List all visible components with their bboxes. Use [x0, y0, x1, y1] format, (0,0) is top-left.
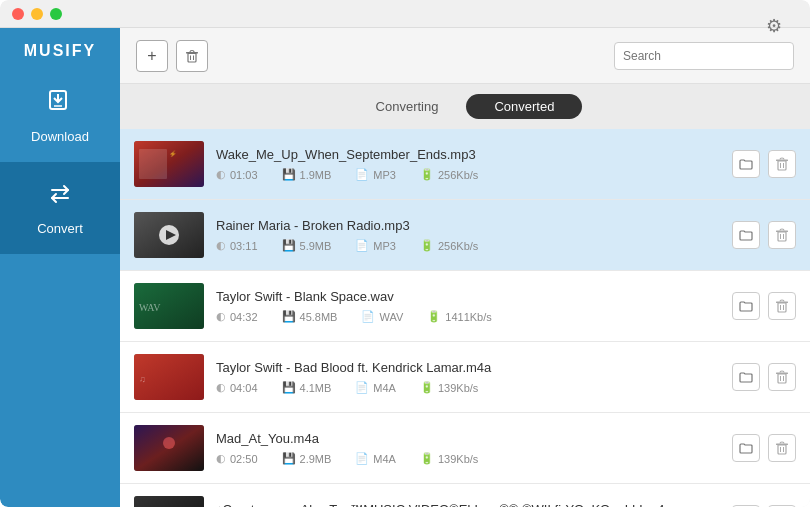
file-size: 💾 4.1MB [282, 381, 332, 394]
tab-converting[interactable]: Converting [348, 94, 467, 119]
file-meta: ◐ 04:32 💾 45.8MB 📄 WAV 🔋 1411Kb/s [216, 310, 720, 323]
svg-point-29 [163, 437, 175, 449]
format-icon: 📄 [361, 310, 375, 323]
delete-button[interactable] [176, 40, 208, 72]
file-item: ⚡ Wake_Me_Up_When_September_Ends.mp3 ◐ 0… [120, 129, 810, 200]
file-size: 💾 2.9MB [282, 452, 332, 465]
main-content: + Converting Converted [120, 28, 810, 507]
file-info: Taylor Swift - Blank Space.wav ◐ 04:32 💾… [216, 289, 720, 323]
file-size: 💾 5.9MB [282, 239, 332, 252]
file-meta: ◐ 03:11 💾 5.9MB 📄 MP3 🔋 256Kb/s [216, 239, 720, 252]
file-size: 💾 45.8MB [282, 310, 338, 323]
format-icon: 📄 [355, 168, 369, 181]
file-thumbnail: ♫ [134, 354, 204, 400]
file-delete-button[interactable] [768, 150, 796, 178]
file-bitrate: 🔋 256Kb/s [420, 168, 478, 181]
format-icon: 📄 [355, 239, 369, 252]
svg-text:WAV: WAV [139, 302, 161, 313]
minimize-button[interactable] [31, 8, 43, 20]
sidebar-convert-label: Convert [37, 221, 83, 236]
file-duration: ◐ 01:03 [216, 168, 258, 181]
file-format: 📄 MP3 [355, 168, 396, 181]
file-format: 📄 M4A [355, 452, 396, 465]
file-meta: ◐ 01:03 💾 1.9MB 📄 MP3 🔋 256Kb/s [216, 168, 720, 181]
file-duration: ◐ 04:04 [216, 381, 258, 394]
format-icon: 📄 [355, 452, 369, 465]
close-button[interactable] [12, 8, 24, 20]
file-folder-button[interactable] [732, 150, 760, 178]
format-icon: 📄 [355, 381, 369, 394]
file-folder-button[interactable] [732, 221, 760, 249]
sidebar-download-label: Download [31, 129, 89, 144]
file-item: WAV Taylor Swift - Blank Space.wav ◐ 04:… [120, 271, 810, 342]
file-info: Mad_At_You.m4a ◐ 02:50 💾 2.9MB 📄 M4A 🔋 1… [216, 431, 720, 465]
file-bitrate: 🔋 139Kb/s [420, 381, 478, 394]
bitrate-icon: 🔋 [427, 310, 441, 323]
file-info: ♪Create.com - Alec Top™MUSIC VIDEO©ELL..… [216, 502, 720, 507]
convert-icon [46, 180, 74, 215]
clock-icon: ◐ [216, 239, 226, 252]
file-delete-button[interactable] [768, 292, 796, 320]
file-delete-button[interactable] [768, 221, 796, 249]
file-actions [732, 363, 796, 391]
size-icon: 💾 [282, 452, 296, 465]
file-thumbnail: ⚡ [134, 141, 204, 187]
file-format: 📄 MP3 [355, 239, 396, 252]
file-duration: ◐ 03:11 [216, 239, 258, 252]
file-item: ♪Create.com - Alec Top™MUSIC VIDEO©ELL..… [120, 484, 810, 507]
download-icon [46, 88, 74, 123]
file-name: Wake_Me_Up_When_September_Ends.mp3 [216, 147, 720, 162]
clock-icon: ◐ [216, 381, 226, 394]
file-name: Rainer Maria - Broken Radio.mp3 [216, 218, 720, 233]
file-delete-button[interactable] [768, 363, 796, 391]
sidebar: MUSIFY Download [0, 28, 120, 507]
bitrate-icon: 🔋 [420, 168, 434, 181]
file-name: ♪Create.com - Alec Top™MUSIC VIDEO©ELL..… [216, 502, 720, 507]
file-item: Mad_At_You.m4a ◐ 02:50 💾 2.9MB 📄 M4A 🔋 1… [120, 413, 810, 484]
file-meta: ◐ 04:04 💾 4.1MB 📄 M4A 🔋 139Kb/s [216, 381, 720, 394]
file-actions [732, 150, 796, 178]
add-button[interactable]: + [136, 40, 168, 72]
file-info: Rainer Maria - Broken Radio.mp3 ◐ 03:11 … [216, 218, 720, 252]
file-delete-button[interactable] [768, 434, 796, 462]
file-folder-button[interactable] [732, 292, 760, 320]
bitrate-icon: 🔋 [420, 239, 434, 252]
traffic-lights [12, 8, 62, 20]
svg-rect-33 [134, 496, 204, 507]
clock-icon: ◐ [216, 310, 226, 323]
file-actions [732, 292, 796, 320]
svg-rect-7 [139, 149, 167, 179]
tab-bar: Converting Converted [120, 84, 810, 129]
file-thumbnail [134, 496, 204, 507]
bitrate-icon: 🔋 [420, 381, 434, 394]
file-format: 📄 M4A [355, 381, 396, 394]
file-size: 💾 1.9MB [282, 168, 332, 181]
size-icon: 💾 [282, 381, 296, 394]
file-info: Wake_Me_Up_When_September_Ends.mp3 ◐ 01:… [216, 147, 720, 181]
file-folder-button[interactable] [732, 363, 760, 391]
file-item: Rainer Maria - Broken Radio.mp3 ◐ 03:11 … [120, 200, 810, 271]
file-folder-button[interactable] [732, 434, 760, 462]
file-thumbnail [134, 425, 204, 471]
settings-icon[interactable]: ⚙ [766, 15, 782, 37]
bitrate-icon: 🔋 [420, 452, 434, 465]
file-duration: ◐ 04:32 [216, 310, 258, 323]
app-logo: MUSIFY [24, 28, 96, 70]
maximize-button[interactable] [50, 8, 62, 20]
search-input[interactable] [614, 42, 794, 70]
tab-converted[interactable]: Converted [466, 94, 582, 119]
size-icon: 💾 [282, 239, 296, 252]
file-thumbnail: WAV [134, 283, 204, 329]
clock-icon: ◐ [216, 168, 226, 181]
toolbar: + [120, 28, 810, 84]
file-name: Mad_At_You.m4a [216, 431, 720, 446]
file-name: Taylor Swift - Bad Blood ft. Kendrick La… [216, 360, 720, 375]
sidebar-item-download[interactable]: Download [0, 70, 120, 162]
file-name: Taylor Swift - Blank Space.wav [216, 289, 720, 304]
sidebar-item-convert[interactable]: Convert [0, 162, 120, 254]
file-actions [732, 434, 796, 462]
file-info: Taylor Swift - Bad Blood ft. Kendrick La… [216, 360, 720, 394]
file-item: ♫ Taylor Swift - Bad Blood ft. Kendrick … [120, 342, 810, 413]
svg-text:⚡: ⚡ [169, 150, 177, 158]
size-icon: 💾 [282, 310, 296, 323]
